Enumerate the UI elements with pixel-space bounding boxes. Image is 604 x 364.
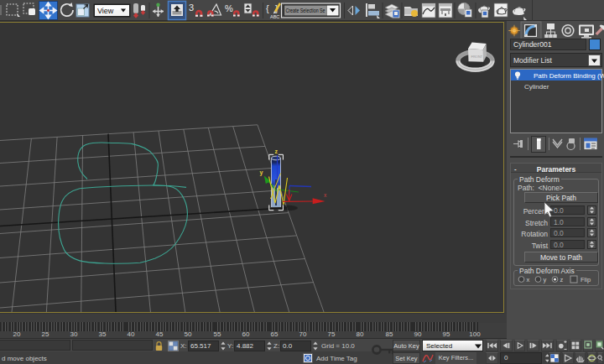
svg-text:{: { <box>266 3 269 13</box>
svg-text:View: View <box>97 7 114 15</box>
svg-text:Flip: Flip <box>581 276 591 283</box>
svg-text:%: % <box>225 3 233 13</box>
svg-text:y: y <box>260 169 263 176</box>
svg-text:FRONT: FRONT <box>471 55 483 59</box>
svg-text:x: x <box>527 276 530 283</box>
svg-text:x: x <box>324 192 327 198</box>
svg-text:z: z <box>275 148 279 154</box>
svg-text:Create Selection Se: Create Selection Se <box>286 7 325 14</box>
svg-text:y: y <box>544 276 547 283</box>
svg-text:z: z <box>560 276 564 283</box>
svg-text:ABC: ABC <box>270 14 279 19</box>
svg-text:3: 3 <box>189 3 194 13</box>
